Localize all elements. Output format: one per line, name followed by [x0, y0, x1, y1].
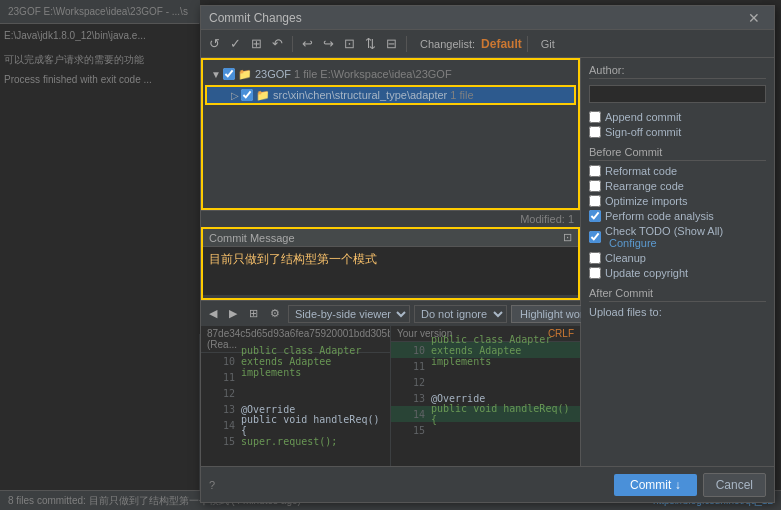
rearrange-label: Rearrange code	[605, 180, 684, 192]
toolbar-undo-btn[interactable]: ↩	[298, 33, 317, 55]
signoff-checkbox[interactable]	[589, 126, 601, 138]
toolbar-redo-btn[interactable]: ↪	[319, 33, 338, 55]
commit-msg-header: Commit Message ⊡	[203, 229, 578, 247]
code-analysis-checkbox[interactable]	[589, 210, 601, 222]
diff-content-area: 87de34c5d65d93a6fea75920001bdd305b3e9886…	[201, 326, 580, 466]
tree-expand-arrow: ▼	[211, 69, 221, 80]
file-tree: ▼ 📁 23GOF 1 file E:\Workspace\idea\23GOF…	[201, 58, 580, 210]
author-input[interactable]	[589, 85, 766, 103]
upload-label: Upload files to:	[589, 306, 662, 318]
toolbar-refresh-btn[interactable]: ↺	[205, 33, 224, 55]
cancel-button[interactable]: Cancel	[703, 473, 766, 497]
dialog-close-button[interactable]: ✕	[742, 8, 766, 28]
toolbar-check-btn[interactable]: ✓	[226, 33, 245, 55]
signoff-label: Sign-off commit	[605, 126, 681, 138]
changelist-value: Default	[481, 37, 522, 51]
rearrange-checkbox[interactable]	[589, 180, 601, 192]
commit-message-input[interactable]	[203, 247, 578, 295]
diff-toolbar: ◀ ▶ ⊞ ⚙ Side-by-side viewer Do not ignor…	[201, 300, 580, 326]
before-commit-section: Before Commit Reformat code Rearrange co…	[589, 146, 766, 279]
author-section-title: Author:	[589, 64, 766, 79]
side-by-side-select[interactable]: Side-by-side viewer	[288, 305, 410, 323]
run-message1: 可以完成客户请求的需要的功能	[4, 52, 196, 68]
rearrange-row: Rearrange code	[589, 180, 766, 192]
diff-right-line-10: 10public class Adapter extends Adaptee i…	[391, 342, 580, 358]
toolbar-sep1	[292, 36, 293, 52]
folder-child-icon: 📁	[256, 89, 270, 102]
copyright-checkbox[interactable]	[589, 267, 601, 279]
options-panel: Author: Reformat code Append commit Sign…	[581, 58, 774, 466]
dialog-content: ▼ 📁 23GOF 1 file E:\Workspace\idea\23GOF…	[201, 58, 774, 466]
cleanup-row: Cleanup	[589, 252, 766, 264]
toolbar-sep2	[406, 36, 407, 52]
append-commit-row: Reformat code Append commit	[589, 111, 766, 123]
dialog-toolbar: ↺ ✓ ⊞ ↶ ↩ ↪ ⊡ ⇅ ⊟ Changelist: Default Gi…	[201, 30, 774, 58]
folder-icon: 📁	[238, 68, 252, 81]
diff-prev-btn[interactable]: ◀	[205, 305, 221, 322]
ide-menubar: 23GOF E:\Workspace\idea\23GOF - ...\s	[0, 0, 199, 24]
toolbar-sep3	[527, 36, 528, 52]
reformat-label: Reformat code	[605, 165, 677, 177]
todo-row: Check TODO (Show All) Configure	[589, 225, 766, 249]
ide-left-panel: 23GOF E:\Workspace\idea\23GOF - ...\s ▶ …	[0, 0, 200, 510]
ignore-select[interactable]: Do not ignore	[414, 305, 507, 323]
tree-root-checkbox[interactable]	[223, 68, 235, 80]
modified-badge: Modified: 1	[201, 210, 580, 227]
file-panel: ▼ 📁 23GOF 1 file E:\Workspace\idea\23GOF…	[201, 58, 581, 466]
tree-child-item[interactable]: ▷ 📁 src\xin\chen\structural_type\adapter…	[205, 85, 576, 105]
toolbar-rollback-btn[interactable]: ↶	[268, 33, 287, 55]
diff-left-line-14: 14 public void handleReq() {	[201, 417, 390, 433]
diff-next-btn[interactable]: ▶	[225, 305, 241, 322]
commit-message-panel: Commit Message ⊡	[201, 227, 580, 300]
cleanup-label: Cleanup	[605, 252, 646, 264]
commit-msg-expand-icon: ⊡	[563, 231, 572, 244]
reformat-checkbox[interactable]	[589, 165, 601, 177]
tree-child-checkbox[interactable]	[241, 89, 253, 101]
optimize-checkbox[interactable]	[589, 195, 601, 207]
run-path: E:\Java\jdk1.8.0_12\bin\java.e...	[4, 28, 196, 44]
after-commit-title: After Commit	[589, 287, 766, 302]
diff-sync-btn[interactable]: ⊞	[245, 305, 262, 322]
signoff-row: Sign-off commit	[589, 126, 766, 138]
code-analysis-row: Perform code analysis	[589, 210, 766, 222]
run-content: E:\Java\jdk1.8.0_12\bin\java.e... 可以完成客户…	[0, 24, 200, 92]
tree-child-arrow: ▷	[231, 90, 239, 101]
cleanup-checkbox[interactable]	[589, 252, 601, 264]
diff-right: Your version CRLF 10public class Adapter…	[391, 326, 580, 466]
diff-left-line-12: 12	[201, 385, 390, 401]
toolbar-filter-btn[interactable]: ⊟	[382, 33, 401, 55]
tree-root-label: 23GOF 1 file E:\Workspace\idea\23GOF	[255, 68, 452, 80]
git-label: Git	[541, 38, 555, 50]
upload-row: Upload files to:	[589, 306, 766, 318]
dialog-title: Commit Changes	[209, 11, 302, 25]
tree-root-item[interactable]: ▼ 📁 23GOF 1 file E:\Workspace\idea\23GOF	[203, 64, 578, 84]
tree-child-label: src\xin\chen\structural_type\adapter 1 f…	[273, 89, 474, 101]
optimize-label: Optimize imports	[605, 195, 688, 207]
reformat-row: Reformat code	[589, 165, 766, 177]
code-analysis-label: Perform code analysis	[605, 210, 714, 222]
ide-title: 23GOF E:\Workspace\idea\23GOF - ...\s	[8, 6, 188, 17]
author-section: Author:	[589, 64, 766, 103]
todo-checkbox[interactable]	[589, 231, 601, 243]
copyright-label: Update copyright	[605, 267, 688, 279]
run-panel: E:\Java\jdk1.8.0_12\bin\java.e... 可以完成客户…	[0, 24, 200, 334]
dialog-footer: ? Commit ↓ Cancel	[201, 466, 774, 502]
commit-msg-title: Commit Message	[209, 232, 295, 244]
commit-dialog: Commit Changes ✕ ↺ ✓ ⊞ ↶ ↩ ↪ ⊡ ⇅ ⊟ Chang…	[200, 5, 775, 503]
toolbar-expand-btn[interactable]: ⊡	[340, 33, 359, 55]
diff-left: 87de34c5d65d93a6fea75920001bdd305b3e9886…	[201, 326, 391, 466]
before-commit-title: Before Commit	[589, 146, 766, 161]
commit-button[interactable]: Commit ↓	[614, 474, 697, 496]
diff-settings-btn[interactable]: ⚙	[266, 305, 284, 322]
optimize-row: Optimize imports	[589, 195, 766, 207]
append-commit-checkbox[interactable]	[589, 111, 601, 123]
toolbar-sort-btn[interactable]: ⇅	[361, 33, 380, 55]
copyright-row: Update copyright	[589, 267, 766, 279]
toolbar-diff-btn[interactable]: ⊞	[247, 33, 266, 55]
dialog-titlebar: Commit Changes ✕	[201, 6, 774, 30]
run-message2: Process finished with exit code ...	[4, 72, 196, 88]
configure-link[interactable]: Configure	[609, 237, 657, 249]
changelist-label: Changelist:	[420, 38, 475, 50]
diff-left-line-10: 10public class Adapter extends Adaptee i…	[201, 353, 390, 369]
help-icon[interactable]: ?	[209, 479, 215, 491]
